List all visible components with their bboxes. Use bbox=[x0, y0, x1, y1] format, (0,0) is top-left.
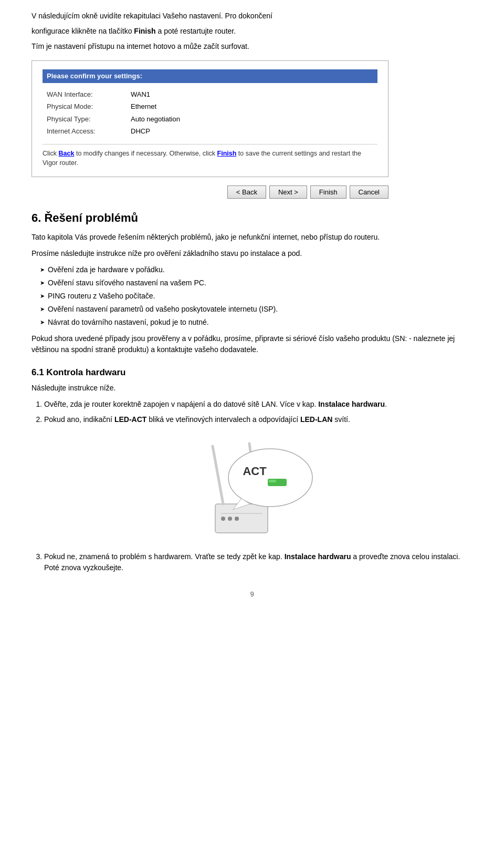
svg-point-10 bbox=[221, 517, 225, 521]
section61-intro: Následujte instrukce níže. bbox=[32, 383, 472, 394]
settings-header: Please confirm your settings: bbox=[43, 69, 377, 83]
intro-line1: V následujícím okně uvidíte rekapitulaci… bbox=[32, 11, 472, 22]
item3-pre: Pokud ne, znamená to problém s hardwarem… bbox=[44, 552, 285, 561]
svg-rect-8 bbox=[269, 480, 276, 482]
section61-list-item3-wrap: Pokud ne, znamená to problém s hardwarem… bbox=[44, 551, 472, 573]
page-number: 9 bbox=[32, 589, 472, 600]
value-internet-access: DHCP bbox=[127, 125, 377, 138]
value-physical-type: Auto negotiation bbox=[127, 113, 377, 126]
label-wan-interface: WAN Interface: bbox=[43, 88, 127, 101]
cancel-button[interactable]: Cancel bbox=[350, 186, 388, 199]
list-item: Pokud ano, indikační LED-ACT bliká ve vt… bbox=[44, 414, 472, 425]
list-item: Ověření nastavení parametrů od vašeho po… bbox=[40, 304, 472, 315]
checklist: Ověření zda je hardware v pořádku. Ověře… bbox=[40, 264, 472, 328]
list-item: Ověření zda je hardware v pořádku. bbox=[40, 264, 472, 275]
note-mid: to modify changes if necessary. Otherwis… bbox=[74, 150, 217, 157]
list-item: Ověřte, zda je router korektně zapojen v… bbox=[44, 399, 472, 410]
settings-header-text: Please confirm your settings: bbox=[47, 72, 142, 80]
list-item: Návrat do továrního nastavení, pokud je … bbox=[40, 317, 472, 328]
list-item-3: Pokud ne, znamená to problém s hardwarem… bbox=[44, 551, 472, 573]
section6-intro1: Tato kapitola Vás provede řešením někter… bbox=[32, 232, 472, 243]
svg-line-1 bbox=[213, 446, 223, 504]
svg-point-3 bbox=[228, 449, 312, 507]
item1-post: . bbox=[385, 400, 387, 408]
intro-line2-pre: konfigurace klikněte na tlačítko bbox=[32, 27, 134, 35]
button-row: < Back Next > Finish Cancel bbox=[32, 186, 388, 199]
label-physical-mode: Physical Mode: bbox=[43, 100, 127, 113]
settings-note: Click Back to modify changes if necessar… bbox=[43, 144, 377, 169]
svg-point-11 bbox=[228, 517, 232, 521]
intro-line1-text: V následujícím okně uvidíte rekapitulaci… bbox=[32, 12, 272, 20]
item2-post: svítí. bbox=[332, 415, 350, 424]
note-back-link[interactable]: Back bbox=[59, 150, 75, 157]
list-item: Ověření stavu síťového nastavení na vaše… bbox=[40, 277, 472, 289]
table-row: Physical Mode: Ethernet bbox=[43, 100, 377, 113]
svg-point-12 bbox=[235, 517, 239, 521]
settings-confirm-box: Please confirm your settings: WAN Interf… bbox=[32, 60, 388, 177]
section6-title: 6. Řešení problémů bbox=[32, 209, 472, 226]
intro-line3: Tím je nastavení přístupu na internet ho… bbox=[32, 41, 472, 52]
section61-list: Ověřte, zda je router korektně zapojen v… bbox=[44, 399, 472, 425]
finish-button[interactable]: Finish bbox=[310, 186, 346, 199]
intro-section: V následujícím okně uvidíte rekapitulaci… bbox=[32, 11, 472, 52]
intro-line2: konfigurace klikněte na tlačítko Finish … bbox=[32, 26, 472, 37]
item3-bold: Instalace hardwaru bbox=[285, 552, 351, 561]
label-internet-access: Internet Access: bbox=[43, 125, 127, 138]
back-button[interactable]: < Back bbox=[227, 186, 266, 199]
section6-para3: Pokud shora uvedené případy jsou prověře… bbox=[32, 333, 472, 355]
list-item: PING routeru z Vašeho počítače. bbox=[40, 291, 472, 302]
table-row: WAN Interface: WAN1 bbox=[43, 88, 377, 101]
next-button[interactable]: Next > bbox=[269, 186, 307, 199]
item1-bold: Instalace hardwaru bbox=[318, 400, 385, 408]
router-image-container: ACT bbox=[32, 436, 472, 541]
section6-intro2: Prosíme následujte instrukce níže pro ov… bbox=[32, 248, 472, 259]
item1-pre: Ověřte, zda je router korektně zapojen v… bbox=[44, 400, 318, 408]
table-row: Internet Access: DHCP bbox=[43, 125, 377, 138]
item2-pre: Pokud ano, indikační bbox=[44, 415, 114, 424]
intro-line2-post: a poté restartujte router. bbox=[156, 27, 236, 35]
router-illustration: ACT bbox=[173, 436, 331, 541]
item2-mid: bliká ve vteřinových intervalech a odpov… bbox=[146, 415, 300, 424]
label-physical-type: Physical Type: bbox=[43, 113, 127, 126]
item2-bold1: LED-ACT bbox=[114, 415, 146, 424]
svg-text:ACT: ACT bbox=[243, 465, 267, 478]
intro-finish-word: Finish bbox=[134, 27, 155, 35]
note-finish-link[interactable]: Finish bbox=[217, 150, 237, 157]
section61-title: 6.1 Kontrola hardwaru bbox=[32, 366, 472, 379]
value-wan-interface: WAN1 bbox=[127, 88, 377, 101]
table-row: Physical Type: Auto negotiation bbox=[43, 113, 377, 126]
intro-line3-text: Tím je nastavení přístupu na internet ho… bbox=[32, 42, 249, 50]
item2-bold2: LED-LAN bbox=[300, 415, 332, 424]
note-pre: Click bbox=[43, 150, 59, 157]
settings-table: WAN Interface: WAN1 Physical Mode: Ether… bbox=[43, 88, 377, 138]
value-physical-mode: Ethernet bbox=[127, 100, 377, 113]
